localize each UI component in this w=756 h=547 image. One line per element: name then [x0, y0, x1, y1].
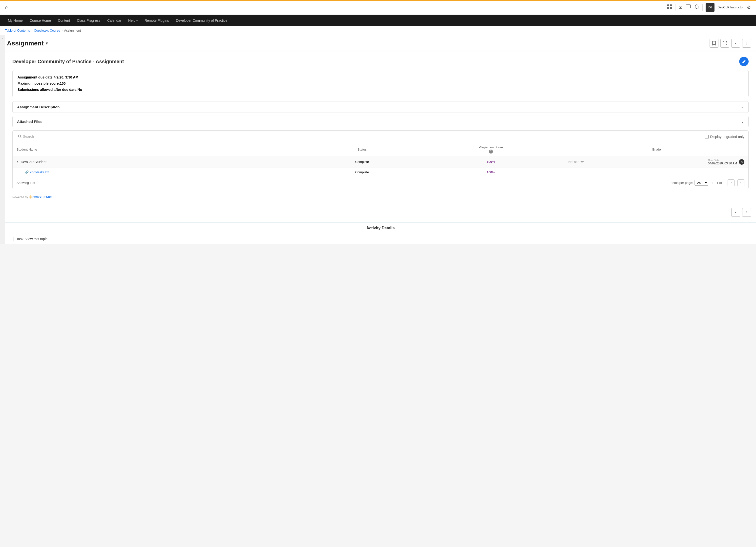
breadcrumb-current: Assignment [64, 29, 81, 32]
gear-icon[interactable]: ⚙ [747, 4, 751, 10]
sidebar-arrow-icon: › [2, 37, 3, 40]
prev-button[interactable]: ‹ [731, 39, 740, 48]
paperclip-icon: 🔗 [24, 170, 29, 174]
th-student-name: Student Name [13, 143, 307, 156]
assignment-dropdown-arrow[interactable]: ▾ [46, 41, 48, 46]
table-toolbar: Display ungraded only [13, 131, 748, 143]
mail-icon[interactable]: ✉ [678, 4, 683, 10]
th-grade: Grade [564, 143, 748, 156]
prev-page-btn[interactable]: ‹ [728, 180, 735, 186]
activity-details-header: Activity Details [5, 223, 756, 234]
submissions-table-section: Display ungraded only Student Name Statu… [12, 130, 749, 189]
divider [702, 4, 703, 11]
attached-files-accordion: Attached Files ⌄ [12, 116, 749, 127]
chat-icon[interactable] [686, 4, 691, 11]
submissions-value: No [78, 88, 82, 92]
attached-files-label: Attached Files [17, 120, 42, 124]
file-link[interactable]: copyleaks.txt [30, 170, 49, 174]
bottom-prev-btn[interactable]: ‹ [731, 208, 740, 217]
page-info: 1 – 1 of 1 [711, 181, 725, 185]
attached-files-accordion-header[interactable]: Attached Files ⌄ [13, 116, 748, 127]
nav-developer-community[interactable]: Developer Community of Practice [173, 15, 231, 26]
student-due-date: 04/02/2020, 03:30 AM [708, 162, 737, 165]
bottom-next-btn[interactable]: › [742, 208, 751, 217]
nav-remote-plugins[interactable]: Remote Plugins [142, 15, 172, 26]
assignment-header: Assignment ▾ [5, 35, 756, 52]
th-plagiarism-score: Plagiarism Score ? [417, 143, 565, 156]
attached-files-chevron-icon: ⌄ [741, 120, 744, 123]
nav-help[interactable]: Help ▾ [125, 15, 141, 26]
nav-bar: My Home Course Home Content Class Progre… [0, 15, 756, 26]
nav-my-home[interactable]: My Home [5, 15, 26, 26]
grid-icon[interactable] [667, 4, 672, 11]
student-name: DevCoP Student [21, 160, 46, 164]
search-box [17, 134, 54, 140]
breadcrumb-copyleaks-course[interactable]: Copyleaks Course [34, 29, 60, 32]
description-chevron-icon: ⌄ [741, 105, 744, 109]
content-title-text: Developer Community of Practice - Assign… [12, 59, 124, 64]
breadcrumb-table-of-contents[interactable]: Table of Contents [5, 29, 30, 32]
file-plagiarism-score: 100% [417, 168, 565, 177]
nav-content[interactable]: Content [55, 15, 73, 26]
th-status: Status [307, 143, 417, 156]
assignment-title-text: Assignment [7, 40, 44, 47]
breadcrumb-separator: › [62, 29, 63, 32]
copyleaks-logo: © COPYLEAKS [29, 195, 52, 200]
edit-button[interactable] [739, 57, 749, 66]
edit-grade-btn[interactable]: ✏ [581, 160, 584, 164]
bottom-nav: ‹ › [5, 205, 756, 219]
help-dropdown-arrow: ▾ [136, 19, 138, 22]
description-label: Assignment Description [17, 105, 60, 109]
nav-course-home[interactable]: Course Home [27, 15, 54, 26]
remove-student-btn[interactable]: ✕ [739, 159, 744, 165]
showing-label: Showing 1 of 1 [17, 181, 38, 185]
svg-rect-2 [667, 7, 669, 9]
next-button[interactable]: › [742, 39, 751, 48]
display-ungraded-option: Display ungraded only [705, 135, 744, 139]
description-accordion-header[interactable]: Assignment Description ⌄ [13, 102, 748, 113]
max-score-value: 100 [60, 82, 65, 85]
table-footer: Showing 1 of 1 Items per page: 25 50 100 [13, 177, 748, 189]
due-date-label: Assignment due date: [18, 75, 54, 79]
svg-rect-3 [670, 7, 672, 9]
due-date-col-label: Due Date [708, 159, 737, 162]
expand-student-btn[interactable]: ∧ [17, 160, 19, 164]
display-ungraded-checkbox[interactable] [705, 135, 709, 139]
display-ungraded-label: Display ungraded only [710, 135, 744, 139]
home-icon[interactable]: ⌂ [5, 4, 8, 11]
fullscreen-button[interactable] [720, 39, 729, 48]
submissions-table: Student Name Status Plagiarism Score ? G [13, 143, 748, 177]
task-label: Task: View this topic [16, 237, 47, 241]
next-page-btn[interactable]: › [737, 180, 744, 186]
due-date-value: 4/2/20, 3:30 AM [54, 75, 78, 79]
nav-class-progress[interactable]: Class Progress [74, 15, 103, 26]
description-accordion: Assignment Description ⌄ [12, 101, 749, 113]
items-per-page-label: Items per page: [671, 181, 693, 185]
search-input[interactable] [23, 135, 53, 139]
breadcrumb-separator: › [31, 29, 32, 32]
svg-rect-4 [686, 5, 691, 8]
assignment-info-box: Assignment due date:4/2/20, 3:30 AM Maxi… [12, 70, 749, 97]
task-row: Task: View this topic [5, 234, 756, 244]
student-grade: Not set [568, 160, 578, 164]
plagiarism-help-icon[interactable]: ? [489, 150, 493, 154]
svg-rect-0 [667, 4, 669, 6]
bookmark-button[interactable] [710, 39, 718, 48]
activity-details: Activity Details Task: View this topic [5, 222, 756, 244]
submissions-label: Submissions allowed after due date: [18, 88, 78, 92]
user-avatar[interactable]: DI [706, 3, 714, 12]
sidebar-toggle[interactable]: › [0, 35, 5, 244]
file-status: Complete [307, 168, 417, 177]
breadcrumb: Table of Contents › Copyleaks Course › A… [0, 26, 756, 35]
user-name: DevCoP Instructor [717, 5, 744, 9]
powered-by: Powered by © COPYLEAKS [12, 193, 749, 201]
nav-calendar[interactable]: Calendar [104, 15, 124, 26]
svg-point-5 [19, 135, 21, 137]
task-checkbox[interactable] [10, 237, 14, 241]
items-per-page-select[interactable]: 25 50 100 [694, 180, 708, 186]
max-score-label: Maximum possible score: [18, 82, 60, 85]
student-plagiarism-score: 100% [417, 156, 565, 168]
bell-icon[interactable] [694, 4, 699, 11]
table-row: ∧ DevCoP Student Complete 100% [13, 156, 748, 168]
svg-rect-1 [670, 4, 672, 6]
